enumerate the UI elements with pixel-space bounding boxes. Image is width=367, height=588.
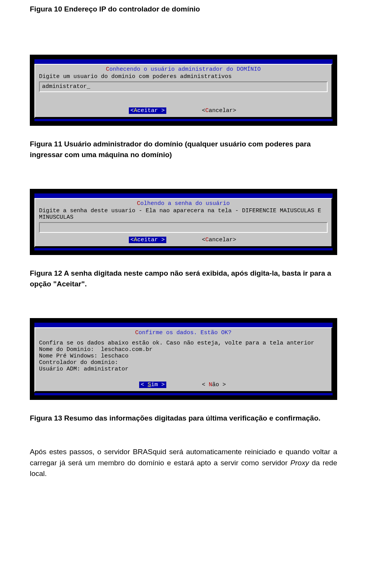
yes-button[interactable]: < Sim > bbox=[139, 382, 166, 388]
final-paragraph: Após estes passos, o servidor BRASquid s… bbox=[0, 443, 367, 483]
caption-fig13: Figura 13 Resumo das informações digitad… bbox=[0, 409, 367, 428]
admin-user-input[interactable]: administrator_ bbox=[39, 81, 328, 92]
blue-bar bbox=[34, 59, 333, 64]
caption-fig10: Figura 10 Endereço IP do controlador de … bbox=[0, 0, 367, 19]
caption-fig11: Figura 11 Usuário administrador do domín… bbox=[0, 135, 367, 164]
accept-button[interactable]: <Aceitar > bbox=[129, 107, 166, 114]
blue-bar bbox=[34, 393, 333, 395]
terminal-dialog-2: Colhendo a senha do usuário Digite a sen… bbox=[30, 189, 337, 255]
blue-bar bbox=[34, 248, 333, 250]
blue-bar bbox=[34, 193, 333, 198]
dialog-body: Confira se os dados abaixo estão ok. Cas… bbox=[39, 340, 328, 372]
blue-bar bbox=[34, 323, 333, 327]
terminal-dialog-1: Conhecendo o usuário administrador do DO… bbox=[30, 55, 337, 126]
no-button[interactable]: < Não > bbox=[200, 382, 227, 388]
terminal-dialog-3: Confirme os dados. Estão OK? Confira se … bbox=[30, 318, 337, 400]
cancel-button[interactable]: <Cancelar> bbox=[200, 107, 238, 114]
dialog-prompt: Digite a senha deste usuario - Ela nao a… bbox=[39, 208, 328, 221]
password-input[interactable] bbox=[39, 222, 328, 233]
caption-fig12: Figura 12 A senha digitada neste campo n… bbox=[0, 264, 367, 294]
dialog-title: Colhendo a senha do usuário bbox=[39, 200, 328, 207]
dialog-title: Conhecendo o usuário administrador do DO… bbox=[39, 66, 328, 73]
cancel-button[interactable]: <Cancelar> bbox=[200, 237, 238, 243]
accept-button[interactable]: <Aceitar > bbox=[129, 237, 166, 243]
blue-bar bbox=[34, 119, 333, 121]
dialog-title: Confirme os dados. Estão OK? bbox=[39, 330, 328, 336]
dialog-prompt: Digite um usuario do dominio com poderes… bbox=[39, 73, 328, 80]
